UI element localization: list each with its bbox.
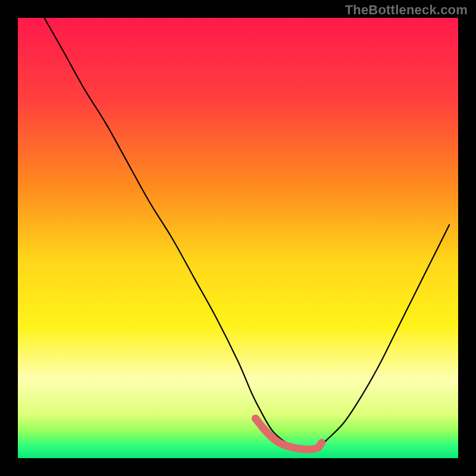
chart-frame: TheBottleneck.com [0,0,476,476]
chart-svg [18,18,458,458]
plot-area [18,18,458,458]
highlight-left-dot [252,415,259,422]
attribution-text: TheBottleneck.com [345,2,468,18]
gradient-background [18,18,458,458]
